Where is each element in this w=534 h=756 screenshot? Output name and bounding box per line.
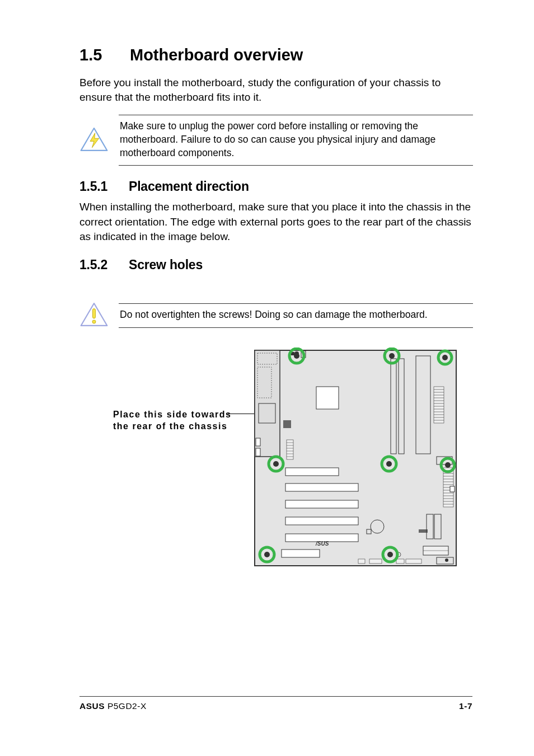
svg-rect-58 [285, 483, 358, 491]
svg-rect-75 [406, 559, 421, 564]
svg-rect-59 [285, 500, 358, 508]
rear-label-line2: the rear of the chassis [113, 421, 227, 431]
heading-section: 1.5Motherboard overview [79, 46, 473, 64]
svg-rect-60 [285, 517, 358, 525]
svg-rect-5 [255, 350, 456, 566]
subheading-number: 1.5.2 [79, 257, 129, 273]
svg-rect-73 [369, 559, 382, 564]
svg-rect-13 [283, 420, 291, 428]
exclamation-caution-icon [79, 302, 119, 330]
footer-brand: ASUS [79, 701, 105, 711]
warning-text: Make sure to unplug the power cord befor… [119, 115, 473, 166]
motherboard-diagram: Place this side towards the rear of the … [79, 348, 473, 594]
footer-page-number: 1-7 [459, 701, 472, 711]
svg-rect-11 [256, 448, 260, 456]
svg-rect-62 [282, 550, 320, 557]
rear-side-label: Place this side towards the rear of the … [113, 409, 231, 433]
subheading-number: 1.5.1 [79, 179, 129, 194]
placement-paragraph: When installing the motherboard, make su… [79, 200, 473, 244]
svg-point-84 [273, 461, 279, 467]
warning-callout: Make sure to unplug the power cord befor… [79, 115, 473, 166]
board-brand-text: /SUS [315, 541, 329, 547]
svg-point-80 [389, 353, 395, 359]
subheading-title: Screw holes [129, 257, 203, 272]
svg-rect-10 [256, 438, 260, 446]
svg-point-90 [264, 552, 270, 557]
intro-paragraph: Before you install the motherboard, stud… [79, 76, 473, 105]
svg-rect-57 [285, 468, 339, 476]
heading-title: Motherboard overview [130, 46, 303, 64]
rear-label-line1: Place this side towards [113, 410, 231, 419]
svg-rect-74 [396, 559, 404, 564]
svg-point-86 [386, 461, 392, 467]
caution-callout: Do not overtighten the screws! Doing so … [79, 302, 473, 330]
footer-product: ASUS P5GD2-X [79, 701, 147, 711]
svg-point-4 [92, 320, 96, 323]
subheading-title: Placement direction [129, 179, 249, 194]
svg-rect-72 [358, 559, 365, 564]
svg-rect-3 [92, 309, 95, 318]
svg-point-82 [442, 355, 448, 360]
page-footer: ASUS P5GD2-X 1-7 [79, 696, 472, 711]
subheading-screwholes: 1.5.2Screw holes [79, 257, 473, 273]
lightning-warning-icon [79, 126, 119, 154]
svg-point-92 [387, 552, 393, 557]
svg-point-71 [445, 558, 448, 562]
svg-point-78 [294, 353, 299, 359]
subheading-placement: 1.5.1Placement direction [79, 179, 473, 194]
footer-model: P5GD2-X [107, 701, 147, 711]
caution-text: Do not overtighten the screws! Doing so … [119, 303, 473, 328]
motherboard-svg: /SUS [252, 348, 459, 569]
svg-rect-49 [450, 486, 455, 492]
heading-number: 1.5 [79, 46, 130, 64]
svg-rect-12 [316, 387, 339, 409]
svg-point-88 [445, 462, 451, 468]
